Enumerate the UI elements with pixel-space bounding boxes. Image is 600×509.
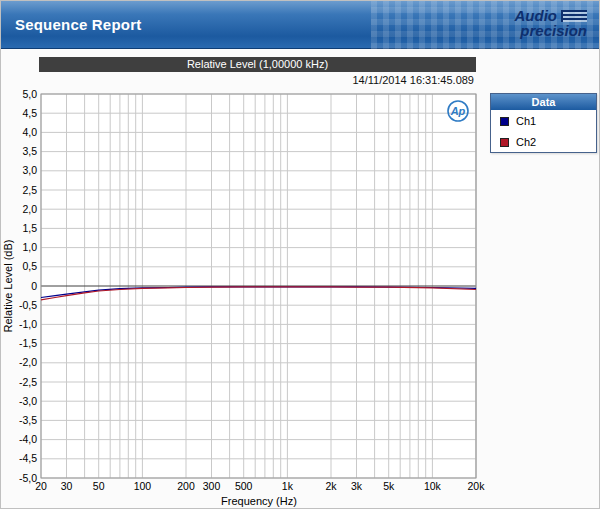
- svg-text:2,5: 2,5: [22, 184, 37, 196]
- ch1-color-swatch-icon: [500, 117, 509, 126]
- svg-text:-1,0: -1,0: [19, 318, 37, 330]
- svg-text:50: 50: [93, 480, 105, 492]
- y-axis-title: Relative Level (dB): [3, 240, 14, 333]
- chart-title: Relative Level (1,00000 kHz): [187, 58, 328, 70]
- y-tick-labels: 5,04,54,03,53,02,52,01,51,00,50-0,5-1,0-…: [19, 89, 37, 484]
- svg-text:100: 100: [134, 480, 152, 492]
- svg-text:4,5: 4,5: [22, 107, 37, 119]
- svg-text:Ap: Ap: [450, 105, 466, 117]
- svg-text:1,0: 1,0: [22, 241, 37, 253]
- svg-text:2k: 2k: [325, 480, 337, 492]
- svg-text:0: 0: [31, 280, 37, 292]
- svg-text:-4,0: -4,0: [19, 433, 37, 445]
- timestamp: 14/11/2014 16:31:45.089: [352, 74, 474, 86]
- legend-item-ch2[interactable]: Ch2: [491, 131, 596, 152]
- svg-text:-1,5: -1,5: [19, 337, 37, 349]
- sequence-report-window: Sequence Report Audio precision Relative…: [0, 0, 600, 509]
- svg-text:2,0: 2,0: [22, 203, 37, 215]
- ch2-color-swatch-icon: [500, 138, 509, 147]
- chart-svg[interactable]: Ap5,04,54,03,53,02,52,01,51,00,50-0,5-1,…: [3, 89, 485, 509]
- svg-text:1k: 1k: [282, 480, 294, 492]
- y-gridlines: [41, 94, 476, 478]
- svg-text:-2,5: -2,5: [19, 376, 37, 388]
- svg-text:-3,5: -3,5: [19, 414, 37, 426]
- svg-text:5k: 5k: [383, 480, 395, 492]
- svg-text:-4,5: -4,5: [19, 452, 37, 464]
- svg-text:0,5: 0,5: [22, 260, 37, 272]
- page-title: Sequence Report: [15, 16, 141, 33]
- svg-text:3,5: 3,5: [22, 145, 37, 157]
- svg-text:-3,0: -3,0: [19, 395, 37, 407]
- audio-precision-logo: Audio precision: [515, 8, 588, 38]
- svg-text:300: 300: [203, 480, 221, 492]
- svg-text:30: 30: [61, 480, 73, 492]
- svg-text:500: 500: [235, 480, 253, 492]
- legend-item-ch1[interactable]: Ch1: [491, 110, 596, 131]
- svg-text:-0,5: -0,5: [19, 299, 37, 311]
- svg-text:-2,0: -2,0: [19, 356, 37, 368]
- legend-header: Data: [491, 94, 596, 110]
- svg-text:10k: 10k: [424, 480, 442, 492]
- svg-text:3k: 3k: [351, 480, 363, 492]
- x-tick-labels: 2030501002003005001k2k3k5k10k20k: [35, 480, 485, 492]
- ch1-label: Ch1: [516, 115, 536, 127]
- legend-panel: Data Ch1 Ch2: [490, 93, 597, 153]
- logo-audio-text: Audio: [515, 8, 558, 23]
- svg-text:4,0: 4,0: [22, 126, 37, 138]
- logo-bars-icon: [561, 10, 587, 22]
- x-axis-title: Frequency (Hz): [221, 495, 297, 507]
- svg-text:200: 200: [177, 480, 195, 492]
- svg-text:1,5: 1,5: [22, 222, 37, 234]
- logo-precision-text: precision: [515, 23, 588, 38]
- svg-text:5,0: 5,0: [22, 89, 37, 100]
- chart-title-bar: Relative Level (1,00000 kHz): [39, 57, 476, 72]
- svg-text:20k: 20k: [468, 480, 485, 492]
- svg-text:20: 20: [35, 480, 47, 492]
- report-header: Sequence Report Audio precision: [1, 1, 600, 49]
- ch2-label: Ch2: [516, 136, 536, 148]
- svg-text:3,0: 3,0: [22, 164, 37, 176]
